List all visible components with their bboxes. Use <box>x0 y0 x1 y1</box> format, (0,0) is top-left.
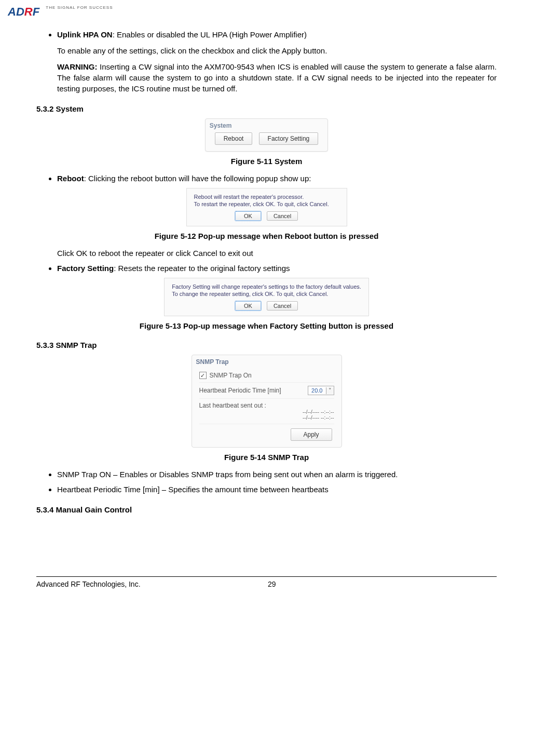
timestamp-2: --/--/---- --:--:-- <box>199 415 334 421</box>
reboot-after-text: Click OK to reboot the repeater or click… <box>57 248 497 259</box>
bullet-reboot: Reboot: Clicking the reboot button will … <box>57 173 497 184</box>
warning-label: WARNING: <box>57 62 98 71</box>
figure-caption-5-11: Figure 5-11 System <box>36 157 497 166</box>
snmp-panel: SNMP Trap ✓ SNMP Trap On Heartbeat Perio… <box>192 355 342 448</box>
cancel-button[interactable]: Cancel <box>267 301 298 310</box>
figure-caption-5-12: Figure 5-12 Pop-up message when Reboot b… <box>36 232 497 240</box>
bullet-desc: : Resets the repeater to the original fa… <box>114 264 290 273</box>
logo-letter: A <box>8 5 16 18</box>
cancel-button[interactable]: Cancel <box>267 211 298 221</box>
heartbeat-time-select[interactable]: 20.0 ˅ <box>308 386 334 395</box>
bullet-label: Factory Setting <box>57 264 114 273</box>
bullet-snmp-1: SNMP Trap ON – Enables or Disables SNMP … <box>57 469 497 480</box>
section-heading-system: 5.3.2 System <box>36 104 497 113</box>
dialog-text: Factory Setting will change repeater's s… <box>172 284 361 290</box>
bullet-label: Uplink HPA ON <box>57 30 113 39</box>
last-heartbeat-label: Last heartbeat sent out : <box>199 402 334 409</box>
logo: ADRF THE SIGNAL FOR SUCCESS <box>8 5 497 19</box>
reboot-button[interactable]: Reboot <box>215 132 253 145</box>
logo-letter: D <box>16 5 24 18</box>
timestamp-1: --/--/---- --:--:-- <box>199 409 334 415</box>
bullet-desc: : Enables or disabled the UL HPA (High P… <box>113 30 307 39</box>
section-heading-manual-gain: 5.3.4 Manual Gain Control <box>36 505 497 514</box>
snmp-trap-checkbox[interactable]: ✓ <box>199 372 207 379</box>
figure-caption-5-13: Figure 5-13 Pop-up message when Factory … <box>36 321 497 330</box>
footer-company: Advanced RF Technologies, Inc. <box>36 580 141 588</box>
warning-text: Inserting a CW signal into the AXM700-95… <box>57 62 497 93</box>
system-panel-title: System <box>210 122 321 129</box>
ok-button[interactable]: OK <box>235 301 261 310</box>
apply-button[interactable]: Apply <box>291 428 332 441</box>
heartbeat-time-value: 20.0 <box>308 387 325 394</box>
page-footer: Advanced RF Technologies, Inc. 29 <box>36 576 497 588</box>
dialog-text: Reboot will restart the repeater's proce… <box>194 194 339 200</box>
snmp-trap-label: SNMP Trap On <box>210 372 252 379</box>
dialog-text: To change the repeater setting, click OK… <box>172 291 361 297</box>
chevron-down-icon: ˅ <box>326 387 334 394</box>
bullet-factory: Factory Setting: Resets the repeater to … <box>57 263 497 274</box>
snmp-panel-title: SNMP Trap <box>196 358 334 366</box>
factory-setting-button[interactable]: Factory Setting <box>259 132 319 145</box>
section-heading-snmp: 5.3.3 SNMP Trap <box>36 341 497 349</box>
warning-block: WARNING: Inserting a CW signal into the … <box>57 61 497 94</box>
factory-dialog: Factory Setting will change repeater's s… <box>164 278 369 316</box>
figure-caption-5-14: Figure 5-14 SNMP Trap <box>36 453 497 462</box>
enable-instruction: To enable any of the settings, click on … <box>57 45 497 56</box>
reboot-dialog: Reboot will restart the repeater's proce… <box>186 188 347 226</box>
bullet-desc: : Clicking the reboot button will have t… <box>84 174 311 183</box>
logo-letter: F <box>33 5 39 18</box>
bullet-label: Reboot <box>57 174 84 183</box>
bullet-uplink: Uplink HPA ON: Enables or disabled the U… <box>57 29 497 40</box>
dialog-text: To restart the repeater, click OK. To qu… <box>194 201 339 207</box>
system-panel: System Reboot Factory Setting <box>205 118 329 152</box>
logo-letter: R <box>24 5 33 18</box>
heartbeat-time-label: Heartbeat Periodic Time [min] <box>199 387 281 394</box>
bullet-snmp-2: Heartbeat Periodic Time [min] – Specifie… <box>57 484 497 495</box>
footer-page-number: 29 <box>141 580 403 588</box>
ok-button[interactable]: OK <box>235 211 261 221</box>
logo-tagline: THE SIGNAL FOR SUCCESS <box>46 5 113 10</box>
